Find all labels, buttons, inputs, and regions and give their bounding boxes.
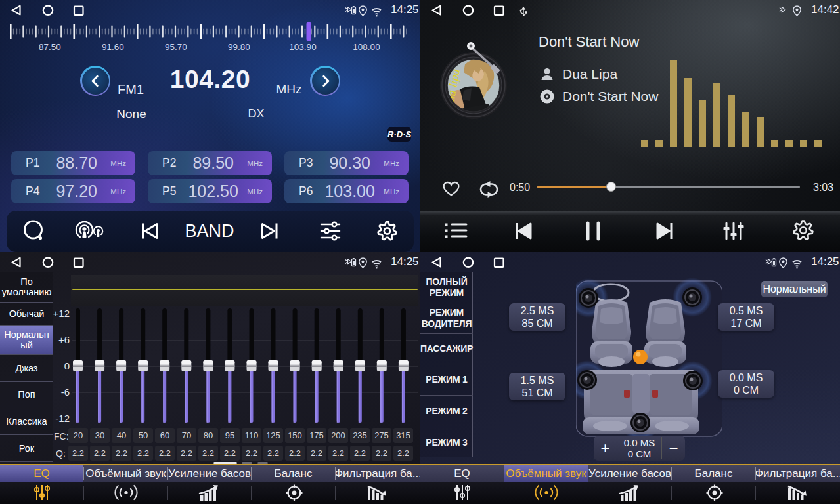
svg-text:BAND: BAND bbox=[185, 221, 234, 241]
